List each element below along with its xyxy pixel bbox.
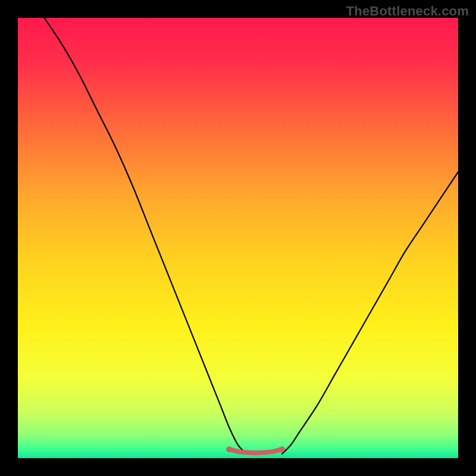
curve-layer <box>18 18 458 458</box>
svg-point-1 <box>226 446 232 452</box>
svg-point-6 <box>271 449 275 453</box>
svg-point-2 <box>236 449 240 453</box>
chart-frame: TheBottleneck.com <box>0 0 476 476</box>
watermark-text: TheBottleneck.com <box>346 4 469 19</box>
svg-point-4 <box>253 451 258 455</box>
curve-left-branch <box>44 18 246 454</box>
svg-point-5 <box>262 450 267 455</box>
curve-right-branch <box>282 172 458 454</box>
plot-area <box>18 18 458 458</box>
svg-point-3 <box>245 450 249 455</box>
svg-point-7 <box>279 446 285 452</box>
